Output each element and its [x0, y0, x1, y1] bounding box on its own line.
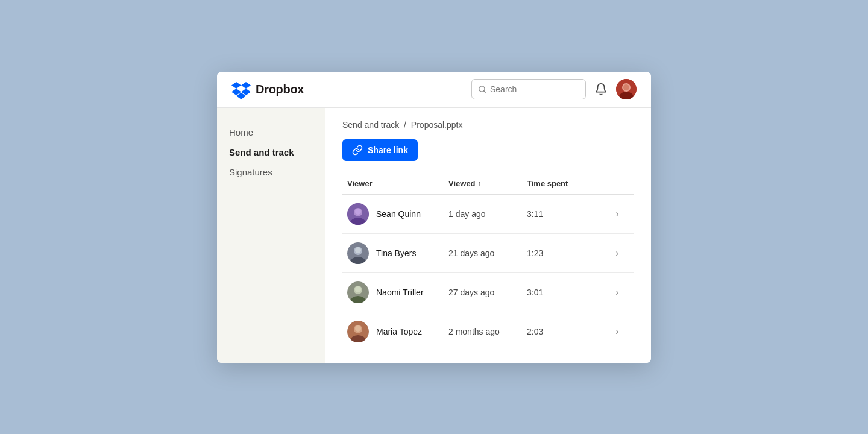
viewed-cell: 21 days ago: [448, 248, 527, 258]
breadcrumb-parent: Send and track: [342, 120, 399, 130]
row-chevron-icon[interactable]: ›: [605, 248, 629, 259]
viewer-name: Sean Quinn: [376, 209, 421, 219]
viewer-name: Maria Topez: [376, 327, 422, 336]
time-spent-cell: 3:01: [527, 288, 605, 297]
viewed-cell: 1 day ago: [448, 209, 527, 219]
avatar: [347, 242, 369, 264]
svg-point-17: [355, 286, 361, 292]
svg-line-1: [484, 91, 486, 93]
breadcrumb-current: Proposal.pptx: [411, 120, 463, 130]
avatar: [347, 281, 369, 303]
notification-bell-icon[interactable]: [594, 83, 608, 96]
row-chevron-icon[interactable]: ›: [605, 326, 629, 337]
dropbox-logo-icon: [231, 80, 251, 99]
viewer-cell: Maria Topez: [347, 321, 448, 342]
row-chevron-icon[interactable]: ›: [605, 287, 629, 298]
breadcrumb: Send and track / Proposal.pptx: [342, 120, 634, 130]
table-header: Viewer Viewed ↑ Time spent: [342, 175, 634, 195]
table-row[interactable]: Naomi Triller 27 days ago 3:01 ›: [342, 273, 634, 312]
share-link-label: Share link: [368, 145, 408, 155]
time-spent-cell: 2:03: [527, 327, 605, 336]
sidebar-item-home[interactable]: Home: [217, 122, 326, 142]
svg-point-5: [623, 84, 629, 90]
viewer-cell: Naomi Triller: [347, 281, 448, 303]
viewer-name: Tina Byers: [376, 248, 416, 258]
avatar: [347, 203, 369, 225]
viewer-name: Naomi Triller: [376, 288, 424, 297]
main-layout: Home Send and track Signatures Send and …: [217, 108, 651, 363]
breadcrumb-separator: /: [404, 120, 406, 130]
header: Dropbox: [217, 72, 651, 108]
content-area: Send and track / Proposal.pptx Share lin…: [326, 108, 651, 363]
col-header-action: [605, 179, 629, 188]
col-header-viewer: Viewer: [347, 179, 448, 188]
viewer-cell: Sean Quinn: [347, 203, 448, 225]
logo-area: Dropbox: [231, 80, 471, 99]
viewers-table: Viewer Viewed ↑ Time spent: [342, 175, 634, 351]
svg-point-13: [355, 247, 361, 253]
col-header-viewed[interactable]: Viewed ↑: [448, 179, 527, 188]
table-row[interactable]: Sean Quinn 1 day ago 3:11 ›: [342, 195, 634, 234]
search-input[interactable]: [490, 84, 579, 94]
main-window: Dropbox: [217, 72, 651, 363]
table-row[interactable]: Tina Byers 21 days ago 1:23 ›: [342, 234, 634, 273]
header-actions: [594, 79, 637, 99]
viewer-cell: Tina Byers: [347, 242, 448, 264]
sidebar-item-signatures[interactable]: Signatures: [217, 162, 326, 182]
search-bar[interactable]: [471, 79, 586, 99]
sidebar-item-send-and-track[interactable]: Send and track: [217, 142, 326, 162]
table-row[interactable]: Maria Topez 2 months ago 2:03 ›: [342, 312, 634, 351]
logo-text: Dropbox: [256, 83, 304, 96]
time-spent-cell: 3:11: [527, 209, 605, 219]
sort-arrow-icon: ↑: [478, 180, 482, 187]
sidebar: Home Send and track Signatures: [217, 108, 326, 363]
time-spent-cell: 1:23: [527, 248, 605, 258]
link-icon: [352, 145, 363, 156]
share-link-button[interactable]: Share link: [342, 139, 418, 161]
svg-point-21: [355, 326, 361, 332]
avatar: [347, 321, 369, 342]
user-avatar[interactable]: [616, 79, 637, 99]
col-header-time-spent: Time spent: [527, 179, 605, 188]
search-icon: [478, 85, 486, 93]
viewed-cell: 2 months ago: [448, 327, 527, 336]
viewed-cell: 27 days ago: [448, 288, 527, 297]
row-chevron-icon[interactable]: ›: [605, 209, 629, 219]
svg-point-9: [355, 209, 361, 215]
